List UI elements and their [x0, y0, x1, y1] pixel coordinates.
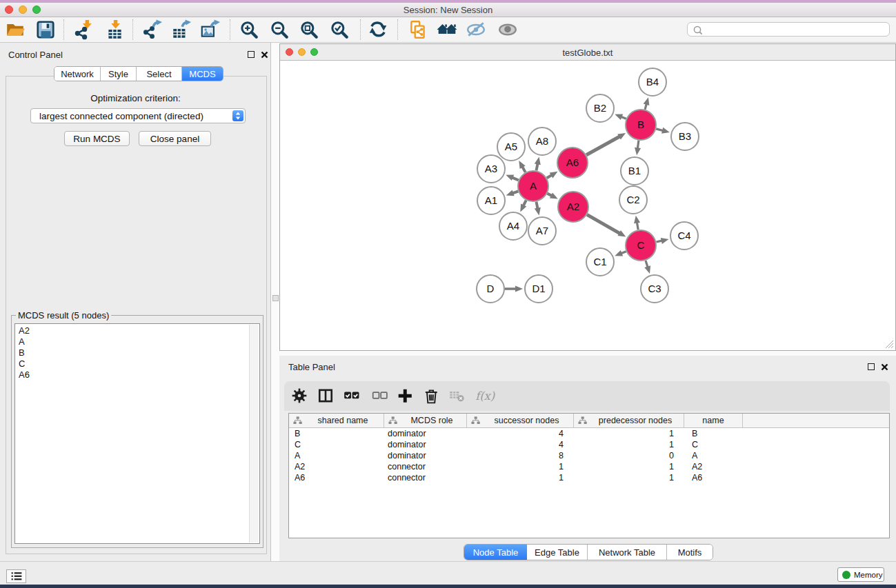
graph-edge-A-A4[interactable] [520, 201, 526, 212]
export-image-button[interactable] [199, 19, 220, 40]
graph-node-A6[interactable]: A6 [557, 148, 588, 178]
table-row-B[interactable]: Bdominator41B [289, 428, 889, 439]
graph-edge-B-B2[interactable] [615, 114, 626, 121]
graph-edge-A-A3[interactable] [506, 175, 518, 181]
graph-node-B1[interactable]: B1 [621, 157, 648, 185]
graph-edge-A6-B[interactable] [586, 133, 626, 155]
float-panel-icon[interactable] [248, 51, 255, 58]
graph-node-A5[interactable]: A5 [497, 133, 525, 161]
deselect-all-rows-button[interactable] [371, 387, 388, 404]
zoom-in-button[interactable] [239, 19, 259, 40]
tab-mcds[interactable]: MCDS [182, 67, 223, 81]
select-all-rows-button[interactable] [343, 387, 359, 404]
graph-node-B2[interactable]: B2 [586, 94, 614, 122]
graph-edge-A-A5[interactable] [519, 161, 525, 172]
import-table-from-file-button[interactable] [104, 19, 125, 40]
tab-network[interactable]: Network [54, 67, 101, 81]
graph-edge-C-C1[interactable] [615, 250, 626, 256]
search-input[interactable] [687, 22, 890, 37]
table-row-C[interactable]: Cdominator41C [289, 439, 889, 450]
graph-edge-D-D1[interactable] [505, 285, 523, 292]
function-builder-button[interactable]: f(x) [475, 387, 498, 404]
graph-node-A2[interactable]: A2 [558, 192, 588, 222]
graph-node-B[interactable]: B [626, 110, 656, 140]
run-mcds-button[interactable]: Run MCDS [64, 131, 130, 146]
task-history-button[interactable] [6, 569, 26, 583]
mcds-result-item[interactable]: B [19, 347, 30, 358]
graph-edge-A-A1[interactable] [506, 190, 519, 196]
graph-edge-C-C2[interactable] [634, 216, 640, 230]
graph-node-B3[interactable]: B3 [671, 123, 699, 150]
result-list-scrollbar[interactable] [249, 325, 259, 543]
network-graph-canvas[interactable]: AA1A2A3A4A5A6A7A8BB1B2B3B4CC1C2C3C4DD1 [281, 61, 895, 350]
table-row-A2[interactable]: A2connector11A2 [289, 461, 889, 472]
graph-node-A8[interactable]: A8 [528, 128, 556, 155]
graph-node-C4[interactable]: C4 [670, 222, 698, 250]
graph-node-A7[interactable]: A7 [528, 217, 556, 245]
mcds-result-list[interactable]: A2ABCA6 [14, 323, 260, 544]
zoom-fit-content-button[interactable] [299, 19, 319, 40]
table-options-button[interactable] [291, 387, 308, 404]
close-panel-icon[interactable] [261, 51, 268, 59]
graph-edge-C-C4[interactable] [657, 238, 669, 244]
save-session-button[interactable] [35, 19, 56, 40]
graph-node-C1[interactable]: C1 [586, 248, 614, 276]
splitter-handle[interactable] [272, 295, 279, 301]
open-session-button[interactable] [5, 19, 26, 40]
zoom-out-button[interactable] [269, 19, 290, 40]
export-table-button[interactable] [170, 19, 191, 40]
graph-node-A3[interactable]: A3 [477, 155, 505, 183]
resize-grip-icon[interactable] [885, 340, 894, 349]
show-column-selector-button[interactable] [317, 387, 334, 404]
graph-edge-A2-C[interactable] [587, 214, 626, 236]
column-header-successor-nodes[interactable]: successor nodes [467, 414, 574, 427]
column-header-predecessor-nodes[interactable]: predecessor nodes [574, 414, 684, 427]
graph-edge-B-B1[interactable] [635, 141, 641, 155]
export-network-button[interactable] [141, 19, 162, 40]
mcds-result-item[interactable]: A2 [19, 325, 30, 336]
tab-motifs[interactable]: Motifs [667, 545, 713, 560]
hide-selected-button[interactable] [466, 19, 486, 40]
panel-splitter[interactable] [271, 43, 279, 561]
graph-node-B4[interactable]: B4 [639, 68, 666, 96]
optimization-criterion-dropdown[interactable]: largest connected component (directed) [30, 108, 246, 123]
tab-edge-table[interactable]: Edge Table [527, 545, 588, 560]
table-row-A[interactable]: Adominator80A [289, 450, 889, 461]
tab-select[interactable]: Select [137, 67, 182, 81]
graph-edge-B-B3[interactable] [656, 128, 670, 134]
create-new-column-button[interactable] [397, 387, 413, 404]
zoom-selected-region-button[interactable] [329, 19, 350, 40]
close-table-panel-icon[interactable] [881, 363, 888, 371]
new-network-from-selection-button[interactable] [408, 19, 428, 40]
graph-node-D[interactable]: D [477, 275, 504, 303]
graph-node-A4[interactable]: A4 [499, 212, 527, 240]
graph-edge-A-A2[interactable] [547, 192, 557, 199]
tab-style[interactable]: Style [101, 67, 137, 81]
first-neighbors-button[interactable] [437, 19, 457, 40]
mcds-result-item[interactable]: C [19, 358, 30, 369]
column-header-MCDS-role[interactable]: MCDS role [384, 414, 467, 427]
graph-node-A[interactable]: A [518, 171, 548, 201]
import-network-from-file-button[interactable] [73, 19, 94, 40]
close-panel-button[interactable]: Close panel [139, 131, 211, 146]
graph-edge-A-A8[interactable] [535, 157, 541, 171]
graph-edge-C-C3[interactable] [644, 261, 650, 274]
float-table-panel-icon[interactable] [868, 363, 875, 370]
graph-edge-A-A6[interactable] [547, 172, 558, 179]
graph-node-C2[interactable]: C2 [619, 186, 647, 214]
column-header-name[interactable]: name [684, 414, 743, 427]
mcds-result-item[interactable]: A [19, 336, 30, 347]
graph-edge-B-B4[interactable] [644, 97, 650, 110]
tab-network-table[interactable]: Network Table [588, 545, 667, 560]
column-header-shared-name[interactable]: shared name [289, 414, 384, 427]
table-row-A6[interactable]: A6connector11A6 [289, 472, 889, 483]
tab-node-table[interactable]: Node Table [464, 545, 527, 560]
graph-node-A1[interactable]: A1 [477, 187, 505, 214]
memory-button[interactable]: Memory [837, 567, 884, 582]
show-all-button[interactable] [497, 19, 518, 40]
graph-node-D1[interactable]: D1 [525, 275, 552, 303]
graph-edge-A-A7[interactable] [535, 202, 541, 216]
mcds-result-item[interactable]: A6 [19, 369, 30, 381]
delete-columns-button[interactable] [423, 387, 439, 404]
graph-node-C3[interactable]: C3 [641, 275, 668, 303]
